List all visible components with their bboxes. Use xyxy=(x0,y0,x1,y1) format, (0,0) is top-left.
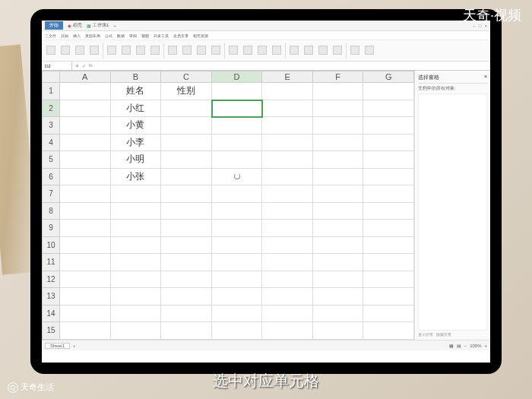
cell[interactable] xyxy=(161,151,212,169)
cell[interactable] xyxy=(60,117,111,135)
cell[interactable] xyxy=(111,271,162,289)
cell[interactable] xyxy=(60,306,111,323)
row-header[interactable]: 5 xyxy=(42,151,60,169)
column-header[interactable]: A xyxy=(60,71,111,83)
ribbon-button[interactable] xyxy=(256,46,268,55)
cell[interactable] xyxy=(111,237,162,255)
cell[interactable] xyxy=(212,203,263,220)
cell[interactable] xyxy=(60,100,111,118)
cell[interactable] xyxy=(313,117,364,135)
cell[interactable] xyxy=(363,322,414,340)
cell[interactable] xyxy=(262,117,313,135)
menu-item[interactable]: 会员专享 xyxy=(173,33,188,38)
cell[interactable] xyxy=(212,288,263,306)
cell[interactable] xyxy=(111,254,162,271)
cell[interactable] xyxy=(313,306,364,323)
add-sheet-icon[interactable]: + xyxy=(70,344,79,348)
cell[interactable] xyxy=(212,135,263,152)
cell[interactable] xyxy=(212,117,263,135)
cell[interactable] xyxy=(60,322,111,340)
cell[interactable] xyxy=(212,100,263,118)
cell[interactable] xyxy=(111,185,162,203)
cell[interactable] xyxy=(212,83,263,100)
zoom-out-icon[interactable]: − xyxy=(464,344,467,348)
cell[interactable] xyxy=(313,135,364,152)
cell[interactable] xyxy=(313,288,364,306)
cell[interactable] xyxy=(212,220,263,237)
name-box[interactable]: D2 xyxy=(42,62,72,70)
cell[interactable] xyxy=(60,83,111,100)
row-header[interactable]: 15 xyxy=(42,322,60,340)
row-header[interactable]: 10 xyxy=(42,237,60,255)
cell[interactable] xyxy=(313,100,364,118)
ribbon-button[interactable] xyxy=(181,46,193,55)
menu-item[interactable]: 插入 xyxy=(73,33,81,38)
tab-daoke[interactable]: ◆稻壳 xyxy=(68,22,82,29)
ribbon-button[interactable] xyxy=(59,46,71,55)
cell[interactable] xyxy=(212,185,263,203)
menu-item[interactable]: 视图 xyxy=(141,33,149,38)
cell[interactable] xyxy=(262,271,313,289)
cell[interactable] xyxy=(111,288,162,306)
column-header[interactable]: F xyxy=(313,71,364,83)
cell[interactable] xyxy=(313,220,364,237)
cell[interactable] xyxy=(161,117,212,135)
cell[interactable] xyxy=(313,83,364,100)
cell[interactable] xyxy=(262,220,313,237)
row-header[interactable]: 11 xyxy=(42,254,60,271)
cell[interactable]: 姓名 xyxy=(111,83,162,100)
ribbon-button[interactable] xyxy=(88,46,100,55)
cell[interactable]: 小红 xyxy=(111,100,162,118)
cell[interactable] xyxy=(111,203,162,220)
cell[interactable] xyxy=(111,306,162,323)
cell[interactable] xyxy=(60,271,111,289)
row-header[interactable]: 4 xyxy=(42,135,60,152)
cell[interactable] xyxy=(60,169,111,186)
tab-workbook[interactable]: ▦工作簿1 xyxy=(87,22,109,29)
cell[interactable]: 性别 xyxy=(161,83,212,100)
cell[interactable] xyxy=(60,135,111,152)
cell[interactable] xyxy=(363,203,414,220)
cell[interactable] xyxy=(262,83,313,100)
cell[interactable] xyxy=(262,100,313,118)
menu-item[interactable]: 数据 xyxy=(117,33,125,38)
row-header[interactable]: 14 xyxy=(42,306,60,323)
cell[interactable] xyxy=(161,288,212,306)
row-header[interactable]: 8 xyxy=(42,203,60,220)
row-header[interactable]: 6 xyxy=(42,169,60,186)
cell[interactable] xyxy=(161,203,212,220)
ribbon-button[interactable] xyxy=(210,46,222,55)
cell[interactable] xyxy=(262,288,313,306)
tab-home[interactable]: 开始 xyxy=(45,21,63,30)
cell[interactable] xyxy=(363,135,414,152)
cell[interactable] xyxy=(363,117,414,135)
cell[interactable] xyxy=(212,169,263,186)
row-header[interactable]: 1 xyxy=(42,83,60,100)
panel-show-all[interactable]: 显示所有 xyxy=(418,332,433,337)
cell[interactable] xyxy=(262,135,313,152)
cell[interactable] xyxy=(363,100,414,118)
ribbon-button[interactable] xyxy=(331,46,344,55)
cell[interactable] xyxy=(363,169,414,186)
cell[interactable] xyxy=(262,322,313,340)
cell[interactable] xyxy=(363,237,414,255)
cell[interactable] xyxy=(60,203,111,220)
cell[interactable] xyxy=(212,322,263,340)
cell[interactable] xyxy=(363,220,414,237)
cell[interactable] xyxy=(161,169,212,186)
panel-close-icon[interactable]: × xyxy=(484,74,487,81)
cell[interactable] xyxy=(60,254,111,271)
cell[interactable] xyxy=(161,185,212,203)
cell[interactable] xyxy=(363,254,414,271)
cell[interactable] xyxy=(262,306,313,323)
ribbon-button[interactable] xyxy=(242,46,254,55)
cell[interactable] xyxy=(161,100,212,118)
menu-item[interactable]: 三文件 xyxy=(45,33,56,38)
cell[interactable] xyxy=(60,237,111,255)
ribbon-button[interactable] xyxy=(227,46,239,55)
row-header[interactable]: 9 xyxy=(42,220,60,237)
column-header[interactable]: D xyxy=(212,71,263,83)
cell[interactable] xyxy=(363,185,414,203)
menu-item[interactable]: 开始 xyxy=(61,33,68,38)
zoom-in-icon[interactable]: + xyxy=(484,344,487,348)
